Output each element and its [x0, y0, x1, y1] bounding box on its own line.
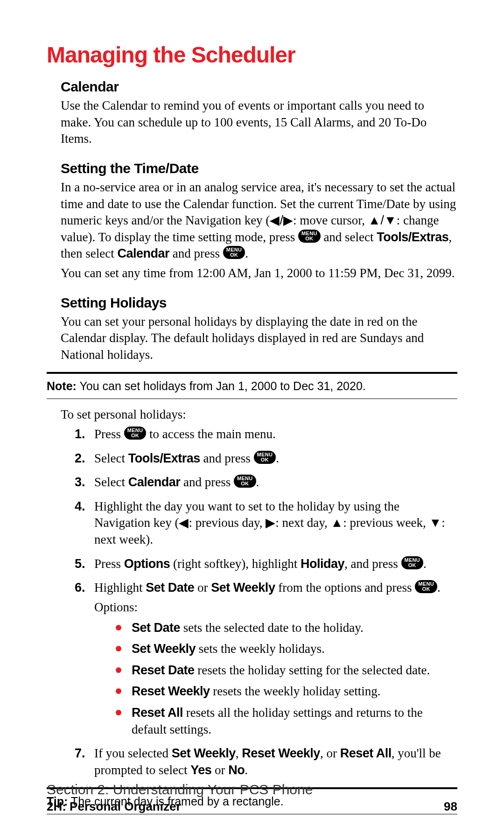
text: .	[437, 581, 441, 595]
note-text: You can set holidays from Jan 1, 2000 to…	[77, 379, 366, 392]
heading-holidays: Setting Holidays	[61, 295, 457, 311]
bold-text: Holiday	[301, 557, 344, 571]
footer-subsection: 2H: Personal Organizer	[47, 799, 181, 814]
arrow-down-icon: ▼	[429, 516, 442, 530]
list-item: Reset Date resets the holiday setting fo…	[116, 662, 457, 679]
footer-section-title: Section 2: Understanding Your PCS Phone	[47, 782, 457, 798]
step-number: 3.	[75, 474, 85, 491]
list-item: Set Date sets the selected date to the h…	[116, 620, 457, 637]
list-item: Reset All resets all the holiday setting…	[116, 705, 457, 738]
text: , and press	[344, 557, 401, 571]
heading-time-date: Setting the Time/Date	[61, 161, 457, 176]
arrow-up-down-icon: ▲/▼	[368, 213, 397, 227]
menu-ok-key-icon: MENUOK	[401, 556, 424, 569]
bold-text: Reset All	[340, 746, 392, 760]
menu-ok-key-icon: MENUOK	[254, 451, 276, 464]
text: sets the selected date to the holiday.	[180, 621, 364, 635]
text: .	[245, 763, 248, 777]
text: resets the holiday setting for the selec…	[195, 663, 430, 677]
paragraph: You can set any time from 12:00 AM, Jan …	[61, 265, 457, 282]
menu-ok-key-icon: MENUOK	[415, 580, 437, 593]
text: .	[256, 475, 259, 489]
bold-text: Set Weekly	[211, 581, 275, 595]
text: or	[194, 581, 211, 595]
list-item: 6. Highlight Set Date or Set Weekly from…	[75, 580, 457, 738]
list-item: 5. Press Options (right softkey), highli…	[75, 556, 457, 573]
bold-text: Yes	[190, 763, 211, 777]
note-callout: Note: You can set holidays from Jan 1, 2…	[47, 372, 457, 399]
text: If you selected	[94, 746, 172, 760]
text: Select	[94, 475, 128, 489]
list-item: 7. If you selected Set Weekly, Reset Wee…	[75, 745, 457, 778]
options-label: Options:	[94, 599, 457, 616]
list-item: Reset Weekly resets the weekly holiday s…	[116, 683, 457, 700]
text: .	[276, 451, 279, 465]
bold-text: Set Weekly	[172, 746, 236, 760]
bold-text: Reset Date	[132, 663, 195, 677]
bold-text: Calendar	[128, 475, 181, 489]
text: : move cursor,	[293, 213, 368, 227]
page-number: 98	[444, 799, 457, 814]
arrow-right-icon: ▶	[266, 516, 275, 530]
bold-text: Set Date	[132, 621, 180, 635]
list-item: 1. Press MENUOK to access the main menu.	[75, 426, 457, 443]
paragraph: You can set your personal holidays by di…	[61, 314, 457, 364]
note-label: Note:	[47, 379, 77, 392]
text: .	[423, 557, 427, 571]
bold-text: Tools/Extras	[128, 451, 200, 465]
text: to access the main menu.	[146, 427, 275, 441]
text: and press	[169, 246, 223, 260]
menu-ok-key-icon: MENUOK	[223, 246, 245, 259]
step-number: 2.	[75, 450, 85, 467]
text: : next day,	[275, 516, 330, 530]
text: .	[245, 246, 248, 260]
arrow-up-icon: ▲	[330, 516, 343, 530]
bold-text: Reset All	[132, 706, 183, 720]
text: ,	[236, 746, 242, 760]
step-number: 5.	[75, 556, 85, 573]
text: and press	[180, 475, 234, 489]
menu-ok-key-icon: MENUOK	[298, 230, 321, 243]
bold-text: Options	[124, 557, 170, 571]
bold-text: Tools/Extras	[377, 230, 448, 244]
text: Press	[94, 557, 124, 571]
text: : previous week,	[343, 516, 429, 530]
list-item: 2. Select Tools/Extras and press MENUOK.	[75, 450, 457, 467]
bold-text: Set Date	[146, 581, 194, 595]
bold-text: Reset Weekly	[132, 684, 210, 698]
page-footer: Section 2: Understanding Your PCS Phone …	[47, 782, 457, 814]
paragraph: Use the Calendar to remind you of events…	[61, 98, 457, 147]
text: (right softkey), highlight	[170, 557, 301, 571]
bold-text: Set Weekly	[132, 642, 196, 656]
options-bullets: Set Date sets the selected date to the h…	[116, 620, 457, 738]
step-number: 1.	[75, 426, 85, 443]
text: or	[211, 763, 228, 777]
text: : previous day,	[189, 516, 266, 530]
page-title: Managing the Scheduler	[47, 42, 457, 68]
list-item: Set Weekly sets the weekly holidays.	[116, 641, 457, 658]
text: Select	[94, 451, 128, 465]
list-item: 4. Highlight the day you want to set to …	[75, 498, 457, 548]
bold-text: Calendar	[117, 246, 169, 260]
text: Highlight	[94, 581, 146, 595]
steps-list: 1. Press MENUOK to access the main menu.…	[75, 426, 457, 779]
text: and press	[200, 451, 254, 465]
step-number: 7.	[75, 745, 85, 762]
menu-ok-key-icon: MENUOK	[124, 427, 147, 440]
bold-text: Reset Weekly	[242, 746, 320, 760]
content-body: To set personal holidays: 1. Press MENUO…	[61, 406, 457, 778]
step-number: 4.	[75, 498, 85, 515]
arrow-left-icon: ◀	[179, 516, 189, 530]
menu-ok-key-icon: MENUOK	[234, 475, 256, 488]
text: sets the weekly holidays.	[196, 642, 325, 656]
content-body: Calendar Use the Calendar to remind you …	[61, 79, 457, 364]
text: Press	[94, 427, 124, 441]
text: resets the weekly holiday setting.	[210, 684, 381, 698]
text: from the options and press	[275, 581, 415, 595]
list-item: 3. Select Calendar and press MENUOK.	[75, 474, 457, 491]
paragraph: In a no-service area or in an analog ser…	[61, 179, 457, 262]
heading-calendar: Calendar	[61, 79, 457, 95]
bold-text: No	[228, 763, 245, 777]
step-number: 6.	[75, 580, 85, 596]
page: Managing the Scheduler Calendar Use the …	[0, 0, 504, 840]
